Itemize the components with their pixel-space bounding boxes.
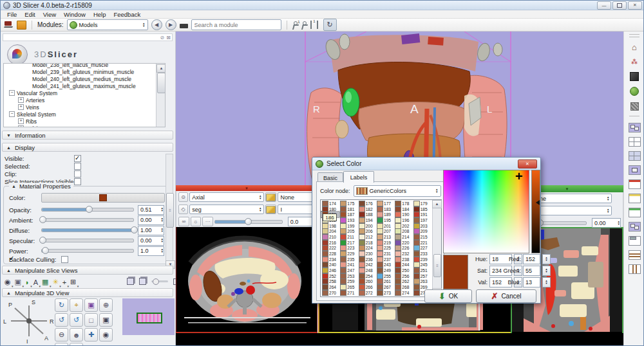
- color-swatch-item[interactable]: 198: [321, 223, 339, 229]
- color-swatch-item[interactable]: 181: [339, 206, 357, 212]
- layout-fourup-button[interactable]: [629, 123, 641, 132]
- tree-expander[interactable]: [26, 84, 30, 88]
- color-swatch-item[interactable]: 231: [376, 251, 394, 257]
- slider-value-spinbox[interactable]: 0.00▲▼: [138, 236, 164, 246]
- color-swatch-item[interactable]: 187: [339, 212, 357, 217]
- navigation-preview[interactable]: [122, 298, 175, 335]
- panel-pin-icon[interactable]: ⊘: [160, 35, 165, 41]
- slice-view-tool-icon[interactable]: ✳: [52, 278, 58, 286]
- color-swatch-item[interactable]: 243: [376, 262, 394, 268]
- close-button[interactable]: ✕: [628, 1, 642, 10]
- color-swatch-item[interactable]: 247: [339, 268, 357, 273]
- color-swatch-item[interactable]: 209: [413, 228, 431, 234]
- color-swatch-list[interactable]: 174 175 176: [320, 199, 442, 297]
- tree-expander[interactable]: +: [18, 118, 24, 124]
- red-slice-bar[interactable]: ▼: [176, 185, 317, 191]
- view3d-tool-button[interactable]: ✚: [84, 328, 98, 341]
- module-search-input[interactable]: [191, 19, 281, 30]
- color-swatch-item[interactable]: 263: [413, 279, 431, 285]
- link-views-icon[interactable]: ∞: [178, 217, 189, 226]
- color-swatch-item[interactable]: 175: [339, 201, 357, 206]
- color-swatch-item[interactable]: 210: [321, 234, 339, 240]
- view3d-tool-button[interactable]: ↺: [55, 313, 68, 327]
- tree-expander[interactable]: [26, 77, 30, 81]
- layout-3d-only-button[interactable]: [629, 165, 641, 175]
- color-swatch-item[interactable]: 200: [358, 223, 376, 229]
- slider-knob[interactable]: [42, 247, 49, 254]
- layout-dual-3d-button[interactable]: [629, 222, 641, 232]
- red-spinbox[interactable]: 152: [523, 254, 540, 264]
- section-manipulate-slice-views[interactable]: ▲Manipulate Slice Views: [2, 266, 173, 275]
- color-swatch-item[interactable]: 199: [339, 223, 357, 229]
- color-swatch-item[interactable]: 259: [339, 279, 357, 285]
- color-swatch-item[interactable]: 226: [394, 246, 412, 251]
- view3d-tool-button[interactable]: ◉: [99, 328, 113, 341]
- color-swatch-item[interactable]: 262: [394, 279, 412, 285]
- layout-red-slice-button[interactable]: [629, 179, 641, 189]
- color-swatch-item[interactable]: 206: [358, 228, 376, 234]
- home-module-icon[interactable]: ⌂: [629, 42, 640, 52]
- layout-3x3-button[interactable]: [629, 151, 641, 161]
- place-fiducial-icon[interactable]: [317, 21, 320, 29]
- color-swatch-item[interactable]: 204: [321, 228, 339, 234]
- slice-offset-knob[interactable]: [245, 218, 252, 225]
- slider-track[interactable]: [41, 208, 134, 212]
- color-swatch-item[interactable]: 258: [321, 279, 339, 285]
- tree-expander[interactable]: +: [18, 97, 24, 103]
- color-swatch-item[interactable]: 212: [358, 234, 376, 240]
- cancel-button[interactable]: ✗Cancel: [476, 289, 536, 303]
- color-swatch-item[interactable]: 241: [339, 262, 357, 268]
- color-swatch-item[interactable]: 221: [413, 240, 431, 246]
- panel-scrollbar[interactable]: ≡ ▼: [166, 154, 173, 269]
- color-swatch-item[interactable]: 213: [376, 234, 394, 240]
- slice-view-tool-icon[interactable]: ⊞: [70, 278, 76, 286]
- color-swatch-item[interactable]: 197: [413, 217, 431, 223]
- tree-scrollbar[interactable]: ▲: [156, 64, 165, 127]
- slice-offset-slider[interactable]: [214, 220, 283, 224]
- tree-expander[interactable]: [26, 63, 30, 67]
- color-swatch-item[interactable]: 224: [358, 246, 376, 251]
- label-layer-selector[interactable]: I▲▼: [529, 206, 612, 215]
- slice-view-tool-icon[interactable]: ▣: [15, 278, 21, 286]
- tree-expander[interactable]: +: [18, 125, 24, 127]
- mouse-interact-1-icon[interactable]: 1: [292, 21, 298, 29]
- view3d-tool-button[interactable]: ⊖: [55, 328, 68, 341]
- color-swatch-item[interactable]: 245: [413, 262, 431, 268]
- color-swatch-item[interactable]: 180: [321, 206, 339, 212]
- color-swatch-item[interactable]: 249: [376, 268, 394, 273]
- restore-button[interactable]: [612, 1, 627, 10]
- slider-value-spinbox[interactable]: 0.51▲▼: [138, 205, 164, 215]
- tree-item[interactable]: + Pelvic Structures: [4, 125, 156, 127]
- color-swatch-item[interactable]: 222: [321, 246, 339, 251]
- ok-button[interactable]: ➥OK: [424, 289, 472, 303]
- color-swatch-item[interactable]: 225: [376, 246, 394, 251]
- color-swatch-item[interactable]: 250: [394, 268, 412, 273]
- bg-layer-selector[interactable]: None▲▼: [529, 194, 612, 203]
- slider-knob[interactable]: [131, 226, 138, 233]
- backface-culling-checkbox[interactable]: [61, 256, 68, 263]
- view3d-tool-button[interactable]: ⌖: [70, 298, 83, 312]
- panel-popout-icon[interactable]: ⊠: [166, 35, 171, 41]
- color-swatch-item[interactable]: 237: [376, 257, 394, 262]
- color-swatch-item[interactable]: 208: [394, 228, 412, 234]
- slice-pin-icon[interactable]: ⊙: [178, 192, 188, 202]
- menu-item[interactable]: Window: [60, 11, 90, 18]
- value-slider[interactable]: [531, 170, 540, 253]
- tree-item[interactable]: Model_240_left_gluteus_medius_muscle: [4, 75, 156, 82]
- hierarchy-module-icon[interactable]: ⁂: [629, 57, 640, 67]
- color-swatch-item[interactable]: 257: [413, 273, 431, 279]
- place-fiducial-1-icon[interactable]: 1: [310, 21, 314, 29]
- tree-item[interactable]: − Vascular System: [4, 89, 156, 96]
- color-swatch-item[interactable]: 184: [394, 206, 412, 212]
- green-spinbox[interactable]: 55: [523, 266, 540, 276]
- module-selector[interactable]: Models ▲▼: [67, 19, 148, 30]
- transforms-module-icon[interactable]: [629, 101, 640, 111]
- color-swatch-item[interactable]: 256: [394, 273, 412, 279]
- color-swatch-item[interactable]: 191: [413, 212, 431, 217]
- tree-item[interactable]: Model_238_left_iliacus_muscle: [4, 63, 156, 68]
- title-bar[interactable]: 3D Slicer 4.0.beta-2-r15809 — ✕: [1, 1, 644, 10]
- lightbox-icon[interactable]: ☼: [191, 217, 202, 226]
- color-swatch-item[interactable]: 183: [376, 206, 394, 212]
- color-swatch-item[interactable]: 216: [321, 240, 339, 246]
- color-swatch-item[interactable]: 272: [358, 290, 376, 296]
